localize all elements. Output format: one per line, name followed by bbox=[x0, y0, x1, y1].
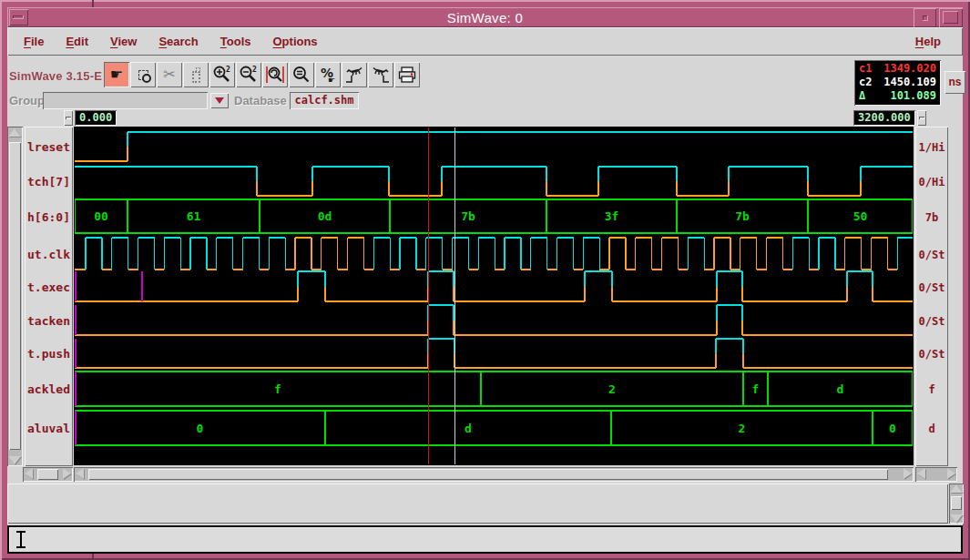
maximize-button[interactable] bbox=[939, 8, 963, 27]
svg-text:2: 2 bbox=[608, 382, 616, 396]
scroll-left-arrow[interactable] bbox=[76, 468, 84, 479]
scroll-left-arrow[interactable] bbox=[25, 468, 33, 479]
signal-value-tch-7-: 0/Hi bbox=[915, 175, 948, 189]
group-dropdown-button[interactable] bbox=[210, 93, 229, 108]
menu-view[interactable]: View bbox=[99, 27, 148, 56]
signal-name-ackled[interactable]: ackled bbox=[25, 382, 73, 398]
waveform-hscrollbar[interactable] bbox=[74, 467, 914, 482]
printer-icon bbox=[397, 65, 417, 85]
svg-text:0d: 0d bbox=[318, 209, 332, 223]
svg-text:f: f bbox=[274, 382, 281, 396]
menu-tools[interactable]: Tools bbox=[209, 27, 262, 56]
zoom-fit-button[interactable] bbox=[289, 62, 314, 87]
message-vscrollbar[interactable] bbox=[949, 484, 964, 524]
c2-value: 1450.109 bbox=[883, 76, 936, 89]
zoom-in-icon: 2 bbox=[212, 65, 232, 85]
search-edge-right-button[interactable] bbox=[368, 62, 393, 87]
scroll-down-arrow[interactable] bbox=[950, 514, 963, 523]
menu-edit[interactable]: Edit bbox=[55, 27, 99, 56]
svg-text:50: 50 bbox=[853, 209, 868, 223]
delta-label: Δ bbox=[859, 89, 865, 103]
svg-text:7b: 7b bbox=[735, 209, 750, 223]
minimize-button[interactable] bbox=[914, 8, 936, 27]
svg-text:2: 2 bbox=[252, 66, 257, 74]
signal-name-ut-clk[interactable]: ut.clk bbox=[25, 247, 73, 263]
select-pointer-button[interactable]: ☛ bbox=[104, 62, 129, 87]
zoom-out-button[interactable]: 2 bbox=[236, 62, 261, 87]
menu-search[interactable]: Search bbox=[148, 27, 209, 56]
window-menu-icon bbox=[13, 15, 24, 19]
svg-text:3f: 3f bbox=[605, 209, 619, 223]
signal-list-vscrollbar[interactable] bbox=[7, 127, 23, 466]
window-menu-button[interactable] bbox=[9, 9, 28, 25]
menu-options[interactable]: Options bbox=[261, 27, 328, 56]
simwave-window: SimWave: 0 FileEditViewSearchToolsOption… bbox=[0, 0, 970, 560]
scroll-right-arrow[interactable] bbox=[63, 468, 71, 479]
cursor-readout: c11349.020 c21450.109 Δ101.089 bbox=[854, 60, 941, 106]
scroll-right-arrow[interactable] bbox=[947, 468, 955, 479]
signal-name-tacken[interactable]: tacken bbox=[25, 313, 73, 330]
signal-name-t-exec[interactable]: t.exec bbox=[25, 280, 73, 296]
group-input[interactable] bbox=[43, 92, 208, 109]
message-area bbox=[7, 484, 948, 524]
svg-text:☛: ☛ bbox=[328, 76, 335, 85]
vscroll-thumb[interactable] bbox=[9, 142, 21, 450]
message-vscroll-thumb[interactable] bbox=[951, 496, 962, 510]
signal-name-t-push[interactable]: t.push bbox=[25, 346, 73, 362]
frame-notch-bottom bbox=[92, 553, 94, 560]
signal-value-panel: 1/Hi0/Hi7b0/St0/St0/St0/Stfd bbox=[915, 127, 948, 466]
signal-name-aluval[interactable]: aluval bbox=[25, 421, 73, 437]
svg-text:d: d bbox=[465, 422, 472, 435]
values-hscrollbar[interactable] bbox=[915, 467, 957, 482]
signal-name-tch-7-[interactable]: tch[7] bbox=[25, 174, 73, 190]
svg-text:0: 0 bbox=[197, 422, 204, 435]
time-unit-button[interactable]: ns bbox=[944, 71, 965, 94]
scroll-up-arrow[interactable] bbox=[950, 484, 963, 493]
zoom-region-button[interactable] bbox=[130, 62, 156, 87]
timeline-start-value: 0.000 bbox=[75, 110, 117, 126]
svg-text:00: 00 bbox=[94, 209, 108, 223]
signal-name-h-6-0-[interactable]: h[6:0] bbox=[25, 209, 73, 226]
percent-hand-icon: %☛ bbox=[318, 65, 338, 85]
scroll-left-arrow[interactable] bbox=[917, 468, 925, 479]
menu-help[interactable]: Help bbox=[904, 27, 952, 56]
dropdown-arrow-icon bbox=[215, 97, 224, 108]
menubar: FileEditViewSearchToolsOptions Help bbox=[7, 27, 963, 56]
titlebar[interactable]: SimWave: 0 bbox=[7, 7, 963, 27]
names-hscroll-thumb[interactable] bbox=[37, 469, 58, 480]
waveform-hscroll-thumb[interactable] bbox=[88, 469, 888, 480]
timeline-left-handle[interactable] bbox=[64, 110, 73, 126]
group-label: Group bbox=[9, 94, 45, 107]
window-title: SimWave: 0 bbox=[7, 10, 963, 25]
search-edge-left-button[interactable] bbox=[342, 62, 367, 87]
scroll-up-arrow[interactable] bbox=[8, 128, 21, 137]
maximize-icon bbox=[943, 11, 958, 24]
dog-left-icon bbox=[344, 65, 364, 85]
glue-bottle-icon bbox=[192, 71, 200, 83]
zoom-in-button[interactable]: 2 bbox=[209, 62, 235, 87]
percent-scale-button[interactable]: %☛ bbox=[315, 62, 341, 87]
signal-name-lreset[interactable]: lreset bbox=[25, 139, 73, 156]
app-version-label: SimWave 3.15-E bbox=[9, 69, 102, 83]
menu-file[interactable]: File bbox=[13, 27, 55, 56]
scroll-down-arrow[interactable] bbox=[8, 456, 21, 464]
c2-label: c2 bbox=[859, 76, 872, 89]
zoom-cursors-button[interactable] bbox=[262, 62, 288, 87]
scroll-right-arrow[interactable] bbox=[904, 468, 912, 479]
svg-text:2: 2 bbox=[739, 422, 746, 435]
timeline-right-handle[interactable] bbox=[917, 110, 926, 126]
svg-text:61: 61 bbox=[187, 209, 201, 223]
signal-value-tacken: 0/St bbox=[915, 314, 948, 329]
zoom-cursors-icon bbox=[265, 65, 285, 85]
paste-button[interactable] bbox=[183, 62, 209, 87]
timeline-end-value: 3200.000 bbox=[853, 110, 915, 126]
zoom-fit-icon bbox=[291, 65, 311, 85]
print-button[interactable] bbox=[394, 62, 420, 87]
svg-text:d: d bbox=[837, 382, 844, 396]
cut-button[interactable]: ✂ bbox=[157, 62, 182, 87]
command-input[interactable] bbox=[7, 525, 963, 554]
waveform-canvas[interactable]: 00610d7b3f7b50f2fd0d20 bbox=[74, 127, 914, 465]
scissors-icon: ✂ bbox=[163, 67, 175, 82]
dog-right-icon bbox=[371, 65, 391, 85]
names-hscrollbar[interactable] bbox=[23, 467, 73, 482]
